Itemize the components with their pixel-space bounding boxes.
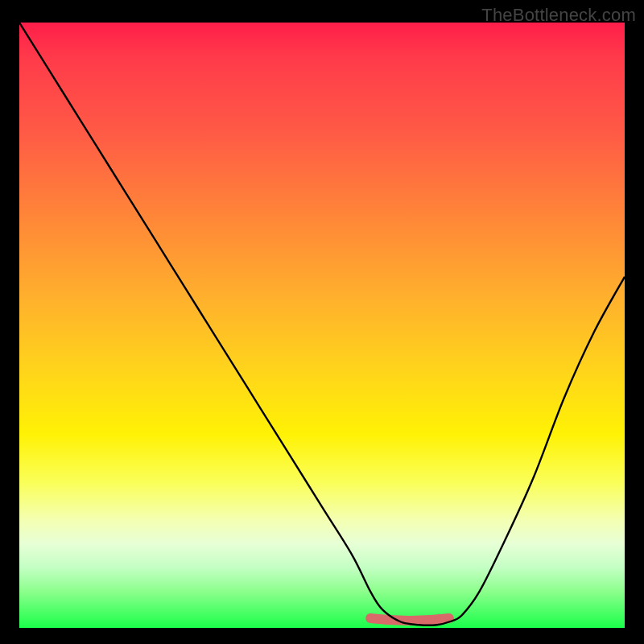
chart-frame: TheBottleneck.com (0, 0, 644, 644)
bottleneck-curve (19, 23, 625, 625)
optimal-range-arc (370, 618, 449, 621)
watermark-text: TheBottleneck.com (481, 5, 636, 26)
plot-area (19, 23, 625, 628)
curve-svg (19, 23, 625, 628)
